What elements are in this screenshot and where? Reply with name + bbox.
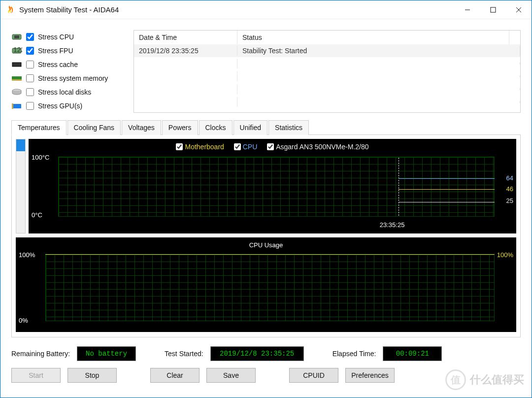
legend-cpu-label: CPU: [243, 143, 258, 151]
stress-memory-checkbox[interactable]: [26, 74, 34, 82]
legend-motherboard-label: Motherboard: [185, 143, 224, 151]
started-label: Test Started:: [165, 350, 203, 358]
legend-cpu-checkbox[interactable]: [234, 143, 241, 150]
temp-axis-max: 100°C: [32, 154, 49, 161]
cpu-usage-title: CPU Usage: [16, 241, 516, 249]
table-row: .: [134, 57, 520, 70]
tab-temperatures[interactable]: Temperatures: [11, 120, 66, 135]
tab-clocks[interactable]: Clocks: [199, 120, 233, 135]
status-bar: Remaining Battery: No battery Test Start…: [11, 346, 521, 361]
svg-rect-5: [14, 35, 19, 38]
table-row: .: [134, 70, 520, 83]
temp-axis-min: 0°C: [32, 211, 42, 219]
start-button: Start: [11, 368, 61, 383]
table-row[interactable]: 2019/12/8 23:35:25 Stability Test: Start…: [134, 44, 520, 57]
stress-fpu-checkbox[interactable]: [26, 47, 34, 55]
event-time-label: 23:35:25: [380, 221, 405, 229]
svg-rect-13: [12, 103, 13, 109]
titlebar: System Stability Test - AIDA64: [0, 0, 532, 19]
cpu-icon: [11, 33, 22, 41]
temp-value-ssd: 25: [506, 197, 513, 204]
line-cpu-usage: [45, 254, 495, 255]
aida64-flame-icon: [4, 5, 14, 15]
disk-icon: [11, 88, 22, 96]
tab-cooling-fans[interactable]: Cooling Fans: [67, 120, 121, 135]
table-row: .: [134, 96, 520, 108]
temp-value-motherboard: 46: [506, 185, 513, 193]
svg-rect-1: [491, 7, 496, 12]
svg-rect-8: [12, 63, 21, 66]
elapsed-label: Elapsed Time:: [332, 350, 376, 358]
stress-cpu-label: Stress CPU: [38, 33, 74, 41]
stress-gpu-checkbox[interactable]: [26, 102, 34, 110]
legend-motherboard-checkbox[interactable]: [176, 143, 183, 150]
col-datetime[interactable]: Date & Time: [134, 31, 237, 44]
close-button[interactable]: [506, 0, 532, 19]
window-title: System Stability Test - AIDA64: [19, 5, 119, 14]
line-motherboard: [399, 189, 495, 190]
cpu-usage-chart: CPU Usage 100% 0% 100%: [16, 237, 516, 332]
svg-rect-9: [12, 76, 22, 79]
svg-rect-10: [12, 79, 22, 81]
svg-rect-12: [12, 104, 21, 108]
stress-gpu-label: Stress GPU(s): [38, 102, 82, 110]
minimize-button[interactable]: [455, 0, 480, 19]
stress-disks-label: Stress local disks: [38, 88, 91, 96]
stress-fpu-label: Stress FPU: [38, 47, 73, 55]
stress-memory-label: Stress system memory: [38, 74, 108, 82]
tab-statistics[interactable]: Statistics: [268, 120, 309, 135]
preferences-button[interactable]: Preferences: [345, 368, 395, 383]
usage-axis-max: 100%: [19, 251, 35, 259]
sensor-scrollbar[interactable]: [16, 139, 26, 233]
stress-cpu-checkbox[interactable]: [26, 33, 34, 41]
maximize-button[interactable]: [480, 0, 506, 19]
battery-label: Remaining Battery:: [11, 350, 70, 358]
col-spacer: [509, 31, 520, 44]
tab-powers[interactable]: Powers: [162, 120, 198, 135]
temp-plot-area: [58, 157, 495, 217]
usage-current-value: 100%: [497, 251, 513, 259]
stress-disks-checkbox[interactable]: [26, 88, 34, 96]
line-cpu: [399, 178, 495, 179]
gpu-icon: [11, 102, 22, 110]
tab-unified[interactable]: Unified: [233, 120, 268, 135]
memory-icon: [11, 74, 22, 82]
save-button[interactable]: Save: [206, 368, 256, 383]
tab-voltages[interactable]: Voltages: [122, 120, 161, 135]
stress-options: Stress CPU 123 Stress FPU Stress cache S…: [11, 30, 129, 113]
temp-value-cpu: 64: [506, 174, 513, 182]
table-row: .: [134, 83, 520, 96]
stress-cache-checkbox[interactable]: [26, 61, 34, 68]
stress-cache-label: Stress cache: [38, 61, 78, 68]
usage-axis-min: 0%: [19, 317, 28, 324]
line-ssd: [399, 202, 495, 202]
cell-status: Stability Test: Started: [237, 46, 520, 56]
usage-plot-area: [45, 254, 495, 321]
col-status[interactable]: Status: [237, 31, 509, 44]
stop-button[interactable]: Stop: [67, 368, 117, 383]
event-marker: [399, 158, 399, 216]
cache-icon: [11, 61, 22, 68]
started-value: 2019/12/8 23:35:25: [210, 346, 304, 361]
svg-text:123: 123: [13, 47, 22, 54]
tab-strip: Temperatures Cooling Fans Voltages Power…: [11, 120, 521, 135]
window: System Stability Test - AIDA64 Stress CP…: [0, 0, 532, 398]
cpuid-button[interactable]: CPUID: [289, 368, 338, 383]
event-log-table: Date & Time Status 2019/12/8 23:35:25 St…: [133, 30, 521, 113]
clear-button[interactable]: Clear: [150, 368, 200, 383]
legend-ssd-checkbox[interactable]: [267, 143, 274, 150]
legend-ssd-label: Asgard AN3 500NVMe-M.2/80: [276, 143, 368, 151]
button-row: Start Stop Clear Save CPUID Preferences: [11, 368, 521, 385]
cell-datetime: 2019/12/8 23:35:25: [134, 46, 237, 56]
temperature-chart: Motherboard CPU Asgard AN3 500NVMe-M.2/8…: [29, 139, 516, 233]
fpu-icon: 123: [11, 47, 22, 55]
battery-value: No battery: [77, 346, 136, 361]
elapsed-value: 00:09:21: [383, 346, 442, 361]
